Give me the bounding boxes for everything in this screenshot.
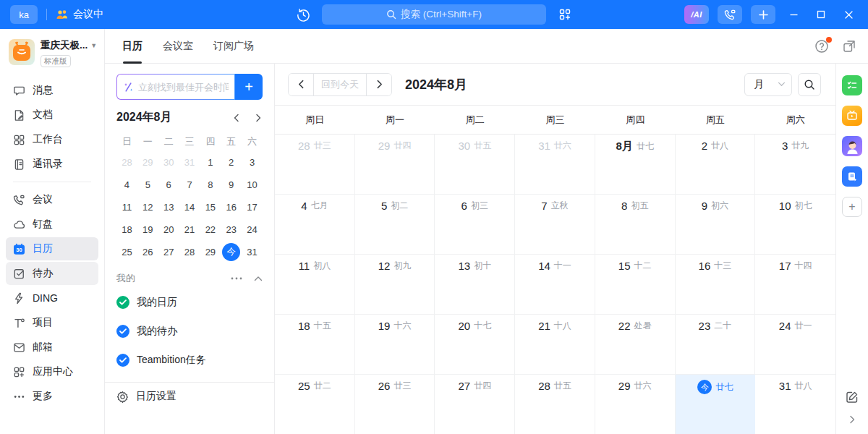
- day-cell[interactable]: 31廿八: [755, 375, 835, 434]
- mini-day[interactable]: 4: [116, 174, 137, 196]
- day-cell[interactable]: 24廿一: [755, 315, 835, 375]
- day-cell[interactable]: 27廿四: [435, 375, 515, 434]
- day-cell[interactable]: 18十五: [275, 315, 355, 375]
- mini-day[interactable]: 24: [242, 218, 263, 241]
- mini-day[interactable]: 20: [158, 218, 179, 241]
- history-icon[interactable]: [295, 7, 311, 22]
- sidebar-item-meeting[interactable]: 会议: [6, 188, 98, 211]
- org-switcher[interactable]: 重庆天极... ▼ 标准版: [6, 38, 98, 77]
- mini-day[interactable]: 23: [221, 218, 242, 241]
- sidebar-item-appcenter[interactable]: 应用中心: [6, 360, 98, 383]
- day-cell[interactable]: 31廿六: [515, 135, 595, 195]
- mini-day[interactable]: 8: [200, 174, 221, 196]
- view-mode-select[interactable]: 月: [744, 73, 792, 96]
- day-cell[interactable]: 20十七: [435, 315, 515, 375]
- day-cell[interactable]: 2廿八: [676, 135, 756, 195]
- mini-day[interactable]: 13: [158, 196, 179, 218]
- close-button[interactable]: [839, 5, 858, 24]
- tab-subscribe-plaza[interactable]: 订阅广场: [213, 29, 254, 64]
- day-cell[interactable]: 30廿五: [435, 135, 515, 195]
- sidebar-item-contacts[interactable]: 通讯录: [6, 153, 98, 176]
- open-in-window-icon[interactable]: [842, 39, 856, 54]
- day-cell[interactable]: 8初五: [595, 195, 676, 255]
- create-event-button[interactable]: +: [235, 74, 263, 100]
- mini-day[interactable]: 15: [200, 196, 221, 218]
- prev-month-button[interactable]: [289, 74, 313, 95]
- mini-day[interactable]: 29: [137, 151, 158, 174]
- call-button[interactable]: [718, 5, 742, 24]
- day-cell[interactable]: 23二十: [676, 315, 756, 375]
- day-cell[interactable]: 6初三: [435, 195, 515, 255]
- collapse-rail-icon[interactable]: [848, 415, 856, 424]
- mini-day[interactable]: 25: [116, 241, 137, 263]
- mini-day[interactable]: 10: [242, 174, 263, 196]
- section-more-icon[interactable]: [231, 277, 242, 280]
- mini-day[interactable]: 28: [116, 151, 137, 174]
- sidebar-item-mail[interactable]: 邮箱: [6, 336, 98, 359]
- mini-day[interactable]: 31: [242, 241, 263, 263]
- day-cell[interactable]: 11初八: [275, 255, 355, 315]
- mini-day[interactable]: 5: [137, 174, 158, 196]
- mini-day[interactable]: 9: [221, 174, 242, 196]
- next-month-button[interactable]: [367, 74, 391, 95]
- sidebar-item-ding[interactable]: DING: [6, 286, 98, 310]
- day-cell[interactable]: 26廿三: [355, 375, 435, 434]
- day-cell[interactable]: 9初六: [676, 195, 756, 255]
- sidebar-item-more[interactable]: 更多: [6, 385, 98, 408]
- ai-meeting-time-input[interactable]: [116, 74, 235, 100]
- calendar-list-item[interactable]: 我的待办: [116, 317, 263, 346]
- compose-note-icon[interactable]: [846, 391, 859, 404]
- calendar-check-icon[interactable]: [116, 354, 129, 367]
- day-cell[interactable]: 16十三: [676, 255, 756, 315]
- mini-day[interactable]: 26: [137, 241, 158, 263]
- assistant-avatar-icon[interactable]: [842, 136, 862, 156]
- meeting-status-badge[interactable]: 会议中: [56, 8, 103, 21]
- mini-day[interactable]: 30: [158, 151, 179, 174]
- app-logo[interactable]: ka: [10, 5, 38, 24]
- app-launcher-icon[interactable]: [557, 7, 573, 22]
- day-cell[interactable]: 25廿二: [275, 375, 355, 434]
- new-button[interactable]: [751, 5, 775, 24]
- mini-day[interactable]: 28: [179, 241, 200, 263]
- day-cell[interactable]: 28廿五: [515, 375, 595, 434]
- day-cell[interactable]: 19十六: [355, 315, 435, 375]
- ai-assistant-button[interactable]: /AI: [684, 5, 709, 24]
- day-cell[interactable]: 14十一: [515, 255, 595, 315]
- back-to-today-button[interactable]: 回到今天: [313, 74, 367, 95]
- mini-day[interactable]: 19: [137, 218, 158, 241]
- mini-day[interactable]: 22: [200, 218, 221, 241]
- calendar-list-item[interactable]: Teambition任务: [116, 346, 263, 375]
- mini-day[interactable]: 16: [221, 196, 242, 218]
- day-cell[interactable]: 12初九: [355, 255, 435, 315]
- day-cell[interactable]: 21十八: [515, 315, 595, 375]
- video-app-icon[interactable]: [842, 106, 862, 126]
- ai-meeting-time-field[interactable]: [138, 82, 229, 93]
- mini-next-month-icon[interactable]: [254, 114, 263, 122]
- sidebar-item-project[interactable]: 项目: [6, 311, 98, 334]
- sidebar-item-message[interactable]: 消息: [6, 79, 98, 102]
- mini-day[interactable]: 21: [179, 218, 200, 241]
- mini-day[interactable]: 2: [221, 151, 242, 174]
- day-cell[interactable]: 13初十: [435, 255, 515, 315]
- day-cell[interactable]: 22处暑: [595, 315, 676, 375]
- mini-day[interactable]: 27: [158, 241, 179, 263]
- sidebar-item-calendar[interactable]: 30日历: [6, 237, 98, 260]
- day-cell[interactable]: 8月廿七: [595, 135, 676, 195]
- day-cell[interactable]: 5初二: [355, 195, 435, 255]
- search-input[interactable]: 搜索 (Ctrl+Shift+F): [322, 4, 546, 25]
- section-collapse-icon[interactable]: [254, 276, 263, 281]
- sync-doc-app-icon[interactable]: [842, 166, 862, 187]
- mini-day[interactable]: 6: [158, 174, 179, 196]
- sidebar-item-docs[interactable]: 文档: [6, 103, 98, 127]
- day-cell[interactable]: 4七月: [275, 195, 355, 255]
- checklist-app-icon[interactable]: [842, 75, 862, 95]
- day-cell[interactable]: 17十四: [755, 255, 835, 315]
- tab-meeting-rooms[interactable]: 会议室: [163, 29, 193, 64]
- tab-calendar[interactable]: 日历: [122, 29, 142, 64]
- calendar-check-icon[interactable]: [116, 325, 129, 338]
- day-cell[interactable]: 10初七: [755, 195, 835, 255]
- sidebar-item-drive[interactable]: 钉盘: [6, 213, 98, 236]
- calendar-list-item[interactable]: 我的日历: [116, 288, 263, 317]
- mini-prev-month-icon[interactable]: [232, 114, 241, 122]
- add-app-button[interactable]: +: [842, 197, 862, 217]
